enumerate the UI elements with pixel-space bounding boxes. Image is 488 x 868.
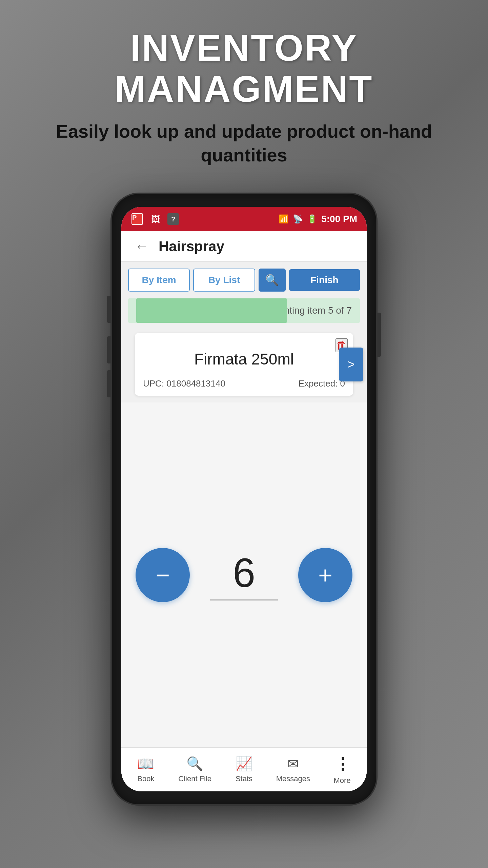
finish-button[interactable]: Finish bbox=[289, 269, 360, 291]
status-bar-left: P 🖼 ? bbox=[131, 213, 179, 225]
app-icon-p: P bbox=[131, 213, 144, 225]
page-title: INVENTORY MANAGMENT bbox=[27, 27, 461, 109]
item-upc: UPC: 018084813140 bbox=[143, 378, 225, 389]
bottom-nav-book[interactable]: 📖 Book bbox=[121, 752, 170, 787]
client-file-icon: 🔍 bbox=[186, 756, 203, 772]
item-meta: UPC: 018084813140 Expected: 0 bbox=[143, 378, 345, 389]
quantity-section: − 6 + bbox=[121, 402, 367, 747]
phone-container: P 🖼 ? 📶 📡 🔋 5:00 PM ← Hairspray By Item … bbox=[112, 194, 376, 804]
book-label: Book bbox=[137, 774, 154, 783]
messages-icon: ✉ bbox=[287, 756, 299, 772]
bottom-nav-client-file[interactable]: 🔍 Client File bbox=[170, 752, 220, 787]
stats-label: Stats bbox=[236, 774, 252, 783]
chevron-right-icon: > bbox=[347, 357, 354, 372]
bottom-nav-stats[interactable]: 📈 Stats bbox=[220, 752, 269, 787]
by-item-tab[interactable]: By Item bbox=[128, 269, 190, 292]
bottom-nav: 📖 Book 🔍 Client File 📈 Stats ✉ Messages … bbox=[121, 747, 367, 791]
status-time: 5:00 PM bbox=[321, 214, 357, 224]
page-header: INVENTORY MANAGMENT Easily look up and u… bbox=[0, 0, 488, 180]
search-button[interactable]: 🔍 bbox=[259, 269, 286, 292]
app-icon-image: 🖼 bbox=[149, 213, 162, 225]
tab-bar: By Item By List 🔍 Finish bbox=[121, 262, 367, 295]
status-bar-right: 📶 📡 🔋 5:00 PM bbox=[279, 214, 357, 224]
app-icon-question: ? bbox=[167, 213, 179, 225]
nav-title: Hairspray bbox=[159, 238, 224, 255]
client-file-label: Client File bbox=[178, 774, 211, 783]
item-name: Firmata 250ml bbox=[143, 340, 345, 375]
next-button[interactable]: > bbox=[339, 348, 363, 381]
search-icon: 🔍 bbox=[265, 274, 279, 287]
stats-icon: 📈 bbox=[236, 756, 252, 772]
bottom-nav-messages[interactable]: ✉ Messages bbox=[268, 753, 318, 787]
phone-screen: P 🖼 ? 📶 📡 🔋 5:00 PM ← Hairspray By Item … bbox=[121, 207, 367, 791]
more-label: More bbox=[334, 776, 351, 785]
bottom-nav-more[interactable]: ⋮ More bbox=[318, 751, 367, 788]
nav-bar: ← Hairspray bbox=[121, 231, 367, 262]
quantity-value: 6 bbox=[220, 549, 268, 596]
messages-label: Messages bbox=[276, 774, 310, 783]
quantity-controls: − 6 + bbox=[135, 548, 353, 602]
decrement-button[interactable]: − bbox=[136, 548, 190, 602]
status-bar: P 🖼 ? 📶 📡 🔋 5:00 PM bbox=[121, 207, 367, 231]
back-button[interactable]: ← bbox=[135, 239, 148, 254]
item-expected: Expected: 0 bbox=[299, 378, 345, 389]
main-content: By Item By List 🔍 Finish Counting item 5… bbox=[121, 262, 367, 791]
wifi-icon: 📶 bbox=[279, 214, 289, 224]
quantity-underline bbox=[210, 599, 278, 600]
signal-icon: 📡 bbox=[293, 214, 303, 224]
battery-icon: 🔋 bbox=[307, 214, 317, 224]
progress-area: Counting item 5 of 7 bbox=[128, 298, 360, 323]
increment-button[interactable]: + bbox=[298, 548, 352, 602]
by-list-tab[interactable]: By List bbox=[193, 269, 255, 292]
page-subtitle: Easily look up and update product on-han… bbox=[27, 119, 461, 167]
progress-fill bbox=[136, 298, 287, 323]
more-icon: ⋮ bbox=[334, 754, 350, 773]
book-icon: 📖 bbox=[137, 756, 154, 772]
progress-wrapper: Counting item 5 of 7 bbox=[136, 298, 352, 323]
item-card-wrapper: 🗑 Firmata 250ml UPC: 018084813140 Expect… bbox=[128, 330, 360, 399]
item-card: 🗑 Firmata 250ml UPC: 018084813140 Expect… bbox=[135, 333, 353, 396]
quantity-display: 6 bbox=[210, 549, 278, 600]
